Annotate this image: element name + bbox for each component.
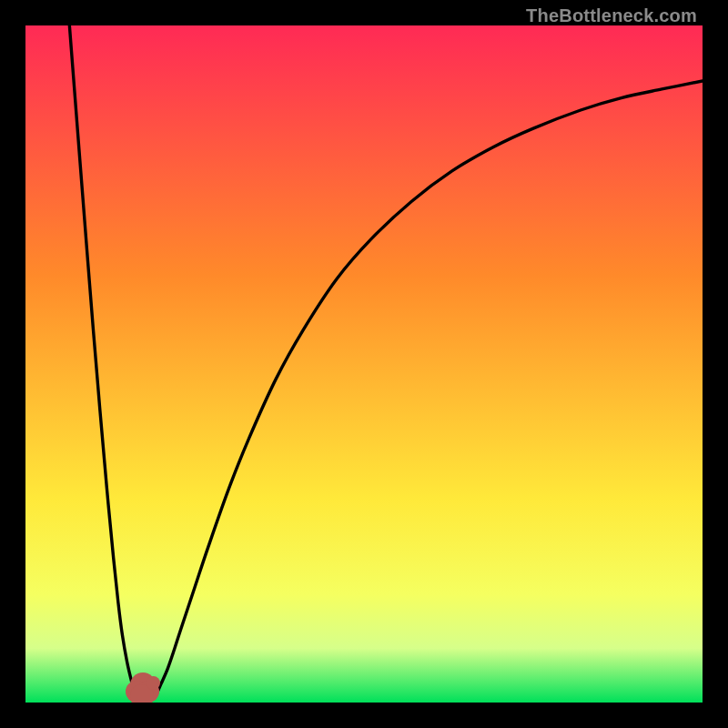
bottom-marker xyxy=(147,676,160,690)
chart-curves xyxy=(25,25,703,703)
left-branch-curve xyxy=(69,25,136,696)
right-branch-curve xyxy=(154,81,703,696)
chart-frame: TheBottleneck.com xyxy=(0,0,728,728)
watermark-label: TheBottleneck.com xyxy=(526,5,697,26)
plot-area xyxy=(25,25,703,703)
